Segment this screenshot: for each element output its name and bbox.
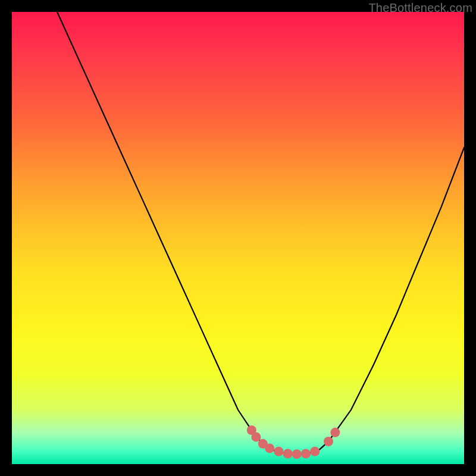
curve-marker	[301, 449, 311, 459]
curve-marker	[283, 449, 293, 459]
chart-frame: TheBottleneck.com	[0, 0, 476, 476]
curve-marker	[310, 447, 320, 456]
curve-marker	[265, 443, 274, 453]
watermark-text: TheBottleneck.com	[368, 1, 472, 15]
curve-marker	[330, 428, 340, 437]
bottleneck-curve	[57, 12, 464, 454]
curve-marker	[251, 432, 261, 441]
curve-svg	[12, 12, 464, 464]
plot-area	[12, 12, 464, 464]
curve-marker	[292, 449, 302, 459]
curve-marker	[274, 447, 283, 456]
marker-group	[247, 425, 340, 459]
curve-marker	[324, 437, 333, 446]
